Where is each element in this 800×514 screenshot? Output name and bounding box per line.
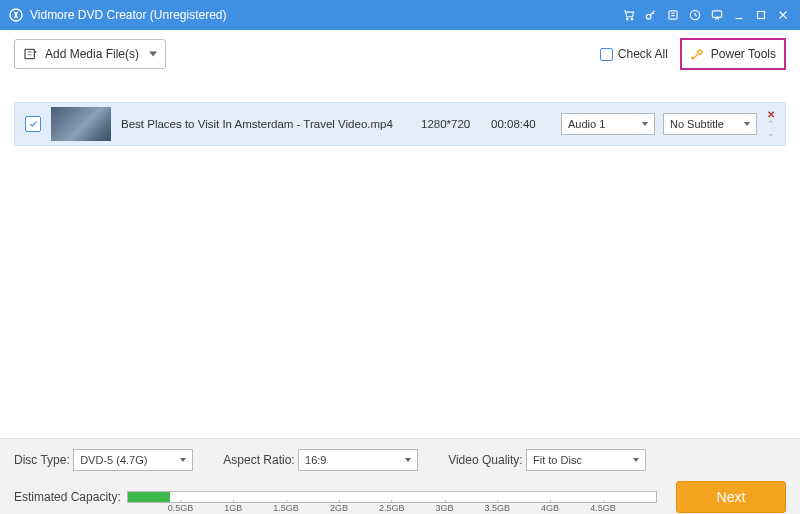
video-quality-label: Video Quality: (448, 453, 523, 467)
svg-point-1 (626, 18, 628, 20)
capacity-tick: 4GB (541, 503, 559, 513)
feedback-icon[interactable] (706, 4, 728, 26)
duration: 00:08:40 (491, 118, 561, 130)
app-title: Vidmore DVD Creator (Unregistered) (30, 8, 227, 22)
capacity-tick: 0.5GB (168, 503, 194, 513)
row-checkbox[interactable] (25, 116, 41, 132)
app-logo-icon (8, 7, 24, 23)
chevron-down-icon (744, 122, 750, 126)
disc-type-group: Disc Type: DVD-5 (4.7G) (14, 449, 193, 471)
disc-type-select[interactable]: DVD-5 (4.7G) (73, 449, 193, 471)
svg-point-3 (646, 14, 651, 19)
chevron-down-icon (149, 52, 157, 57)
maximize-icon[interactable] (750, 4, 772, 26)
add-media-label: Add Media File(s) (45, 47, 139, 61)
minimize-icon[interactable] (728, 4, 750, 26)
next-button[interactable]: Next (676, 481, 786, 513)
media-row[interactable]: Best Places to Visit In Amsterdam - Trav… (14, 102, 786, 146)
video-thumbnail (51, 107, 111, 141)
move-down-icon[interactable]: ⌄ (767, 129, 775, 138)
titlebar: Vidmore DVD Creator (Unregistered) (0, 0, 800, 30)
menu-icon[interactable] (684, 4, 706, 26)
capacity-tick: 1GB (224, 503, 242, 513)
tools-icon (690, 46, 706, 62)
video-quality-value: Fit to Disc (533, 454, 582, 466)
disc-type-value: DVD-5 (4.7G) (80, 454, 147, 466)
row-actions: ✕ ⌃ ⌄ (767, 110, 775, 138)
capacity-tick: 3GB (436, 503, 454, 513)
subtitle-value: No Subtitle (670, 118, 724, 130)
check-all-checkbox[interactable]: Check All (600, 47, 668, 61)
audio-track-value: Audio 1 (568, 118, 605, 130)
add-media-button[interactable]: Add Media File(s) (14, 39, 166, 69)
add-media-icon (23, 46, 39, 62)
history-icon[interactable] (662, 4, 684, 26)
close-icon[interactable] (772, 4, 794, 26)
aspect-ratio-group: Aspect Ratio: 16:9 (223, 449, 418, 471)
capacity-tick: 2GB (330, 503, 348, 513)
chevron-down-icon (633, 458, 639, 462)
capacity-fill (128, 492, 170, 502)
next-label: Next (717, 489, 746, 505)
chevron-down-icon (180, 458, 186, 462)
capacity-tick: 1.5GB (273, 503, 299, 513)
capacity-tick: 2.5GB (379, 503, 405, 513)
capacity-tick: 4.5GB (590, 503, 616, 513)
power-tools-label: Power Tools (711, 47, 776, 61)
toolbar: Add Media File(s) Check All Power Tools (0, 30, 800, 78)
aspect-ratio-value: 16:9 (305, 454, 326, 466)
capacity-group: Estimated Capacity: 0.5GB1GB1.5GB2GB2.5G… (14, 490, 657, 504)
capacity-label: Estimated Capacity: (14, 490, 121, 504)
file-name: Best Places to Visit In Amsterdam - Trav… (121, 118, 421, 130)
svg-point-2 (631, 18, 633, 20)
chevron-down-icon (642, 122, 648, 126)
capacity-bar: 0.5GB1GB1.5GB2GB2.5GB3GB3.5GB4GB4.5GB (127, 491, 657, 503)
subtitle-select[interactable]: No Subtitle (663, 113, 757, 135)
capacity-ticks: 0.5GB1GB1.5GB2GB2.5GB3GB3.5GB4GB4.5GB (128, 504, 656, 514)
video-quality-group: Video Quality: Fit to Disc (448, 449, 646, 471)
key-icon[interactable] (640, 4, 662, 26)
work-area: Best Places to Visit In Amsterdam - Trav… (0, 78, 800, 438)
power-tools-button[interactable]: Power Tools (680, 38, 786, 70)
disc-type-label: Disc Type: (14, 453, 70, 467)
video-quality-select[interactable]: Fit to Disc (526, 449, 646, 471)
checkbox-icon (600, 48, 613, 61)
svg-rect-7 (758, 12, 765, 19)
capacity-tick: 3.5GB (485, 503, 511, 513)
aspect-ratio-label: Aspect Ratio: (223, 453, 294, 467)
media-list: Best Places to Visit In Amsterdam - Trav… (0, 102, 800, 146)
resolution: 1280*720 (421, 118, 491, 130)
aspect-ratio-select[interactable]: 16:9 (298, 449, 418, 471)
cart-icon[interactable] (618, 4, 640, 26)
bottom-bar: Disc Type: DVD-5 (4.7G) Aspect Ratio: 16… (0, 438, 800, 514)
chevron-down-icon (405, 458, 411, 462)
audio-track-select[interactable]: Audio 1 (561, 113, 655, 135)
check-all-label: Check All (618, 47, 668, 61)
